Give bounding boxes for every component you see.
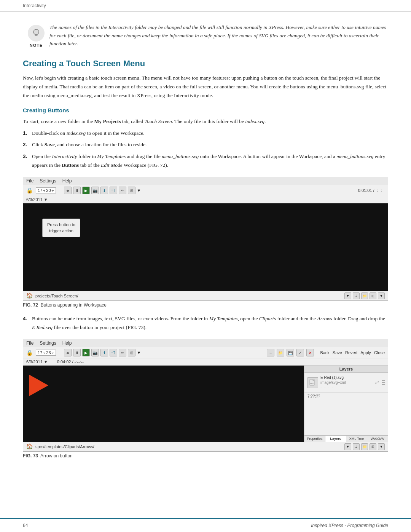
panel-item-dots: - - - -	[320, 385, 373, 390]
step-1: 1. Double-click on index.svg to open it …	[23, 129, 388, 138]
grid-icon-73[interactable]: ⊞	[128, 349, 135, 356]
step-3-num: 3.	[23, 152, 32, 161]
menu-settings-72[interactable]: Settings	[40, 178, 56, 184]
status-btn2-72[interactable]: 📁	[361, 292, 368, 299]
tab-layers[interactable]: Layers	[325, 436, 346, 442]
app-datebar-73: 6/3/2011 ▼ 0:04:02 / -:--:--	[23, 358, 388, 366]
step-4: 4. Buttons can be made from images, text…	[23, 315, 388, 332]
timebox-val1-73: 17	[38, 350, 42, 355]
check-icon[interactable]: ✓	[296, 349, 304, 356]
edit-icon[interactable]: ✏	[119, 187, 126, 194]
back-nav-icon[interactable]: ←	[267, 349, 274, 356]
figure-73-wrap: File Settings Help 🔒 17 ÷ 23 ÷ ⏮	[23, 339, 388, 459]
close-btn-73[interactable]: Close	[374, 350, 385, 355]
timebox-73: 17 ÷ 23 ÷	[36, 350, 56, 356]
playback-icons-72: ⏮ ⏸ ▶ 📷 ℹ ⁺T ✏ ⊞ ▼	[64, 187, 141, 194]
app-menubar-73: File Settings Help	[23, 339, 388, 347]
subsection-title: Creating Buttons	[23, 107, 388, 113]
camera-icon-73[interactable]: 📷	[91, 349, 99, 356]
step-3: 3. Open the Interactivity folder in My T…	[23, 152, 388, 170]
panel-value: 7:??:??	[304, 393, 388, 400]
note-label: NOTE	[30, 43, 43, 48]
skip-back-icon[interactable]: ⏮	[64, 187, 72, 194]
save-btn[interactable]: Save	[333, 350, 342, 355]
folder-icon[interactable]: 📁	[277, 349, 284, 356]
svg-text:SVG: SVG	[310, 383, 314, 385]
toolbar-arrow-72: ▼	[137, 188, 141, 193]
status-grid-73[interactable]: ⊞	[370, 443, 376, 450]
fig-73-bold: FIG. 73	[23, 453, 38, 459]
status-grid-72[interactable]: ⊞	[370, 292, 376, 299]
camera-icon[interactable]: 📷	[91, 187, 99, 194]
menu-file-73[interactable]: File	[26, 340, 33, 346]
lightbulb-icon	[28, 25, 45, 42]
playback-icons-73: ⏮ ⏸ ▶ 📷 ℹ ⁺T ✏ ⊞ ▼	[64, 349, 141, 356]
text-icon-73[interactable]: ⁺T	[110, 349, 117, 356]
status-dropdown-72[interactable]: ▼	[344, 292, 351, 299]
back-btn[interactable]: Back	[320, 350, 329, 355]
skip-back-icon-73[interactable]: ⏮	[64, 349, 72, 356]
pause-icon[interactable]: ⏸	[73, 187, 81, 194]
step-4-num: 4.	[23, 315, 32, 323]
text-icon[interactable]: ⁺T	[110, 187, 117, 194]
note-icon-wrap: NOTE	[23, 23, 49, 48]
app-canvas-72: Press button to trigger action	[23, 203, 388, 291]
edit-btn-group: Back Save Revert Apply Close	[320, 350, 385, 355]
pause-icon-73[interactable]: ⏸	[73, 349, 81, 356]
panel-header: Layers	[304, 366, 388, 373]
edit-icon-73[interactable]: ✏	[119, 349, 126, 356]
menu-settings-73[interactable]: Settings	[40, 340, 56, 346]
layers-panel: Layers SVG E Red (1).svg	[304, 366, 388, 442]
tab-webdav[interactable]: WebDAV	[367, 436, 388, 442]
menu-help-73[interactable]: Help	[62, 340, 72, 346]
section-intro: Now, let's begin with creating a basic t…	[23, 74, 388, 100]
bottom-bar: 64 Inspired XPress - Programming Guide	[0, 518, 411, 532]
app2-canvas	[23, 366, 304, 442]
status-path-72: project://Touch Screen/	[35, 294, 78, 298]
subsection-intro: To start, create a new folder in the My …	[23, 117, 388, 126]
close-icon[interactable]: ✕	[306, 349, 314, 356]
figure-72-wrap: File Settings Help 🔒 17 ÷ 20 ÷	[23, 177, 388, 308]
play-arrow-73	[29, 375, 48, 396]
date-value-73: 6/3/2011	[26, 359, 43, 364]
play-icon[interactable]: ▶	[82, 187, 90, 194]
menu-help-72[interactable]: Help	[62, 178, 72, 184]
step-2: 2. Click Save, and choose a location for…	[23, 141, 388, 149]
nav-icons-73: ← 📁 💾 ✓ ✕	[267, 349, 314, 356]
date-dropdown-icon-72[interactable]: ▼	[44, 197, 48, 202]
save-icon[interactable]: 💾	[287, 349, 294, 356]
svg-point-0	[33, 29, 39, 35]
home-icon-72: 🏠	[26, 292, 33, 299]
tab-xml[interactable]: XML Tree	[346, 436, 367, 442]
app-toolbar-72: 🔒 17 ÷ 20 ÷ ⏮ ⏸ ▶ 📷 ℹ ⁺	[23, 185, 388, 196]
status-icons-73: ▼ ⤓ 📁 ⊞ ▼	[344, 443, 385, 450]
play-icon-73[interactable]: ▶	[82, 349, 90, 356]
apply-btn[interactable]: Apply	[360, 350, 371, 355]
step-2-num: 2.	[23, 141, 32, 149]
revert-btn[interactable]: Revert	[345, 350, 357, 355]
step-list-2: 4. Buttons can be made from images, text…	[23, 315, 388, 332]
status-dropdown-73[interactable]: ▼	[344, 443, 351, 450]
menu-file-72[interactable]: File	[26, 178, 33, 184]
status-btn1-72[interactable]: ⤓	[353, 292, 360, 299]
status-arrow-72[interactable]: ▼	[378, 292, 385, 299]
info-icon[interactable]: ℹ	[100, 187, 108, 194]
timebox-72: 17 ÷ 20 ÷	[36, 187, 56, 193]
tab-properties[interactable]: Properties	[304, 436, 325, 442]
panel-bar-3	[382, 384, 385, 385]
panel-item-type: image/svg+xml	[320, 380, 373, 385]
fig-72-bold: FIG. 72	[23, 302, 38, 308]
app-menubar-72: File Settings Help	[23, 177, 388, 185]
step-2-content: Click Save, and choose a location for th…	[32, 141, 388, 149]
panel-bar-2	[382, 382, 385, 383]
date-72: 6/3/2011 ▼	[26, 197, 48, 202]
panel-item-info: E Red (1).svg image/svg+xml - - - -	[320, 375, 373, 390]
grid-icon[interactable]: ⊞	[128, 187, 135, 194]
status-btn1-73[interactable]: ⤓	[353, 443, 360, 450]
app-statusbar-73: 🏠 spc://templates/Cliparts/Arrows/ ▼ ⤓ 📁…	[23, 442, 388, 451]
status-arrow-73[interactable]: ▼	[378, 443, 385, 450]
info-icon-73[interactable]: ℹ	[100, 349, 108, 356]
date-dropdown-icon-73[interactable]: ▼	[44, 359, 48, 364]
status-btn2-73[interactable]: 📁	[361, 443, 368, 450]
timebox-val2-72: 20	[46, 188, 51, 193]
